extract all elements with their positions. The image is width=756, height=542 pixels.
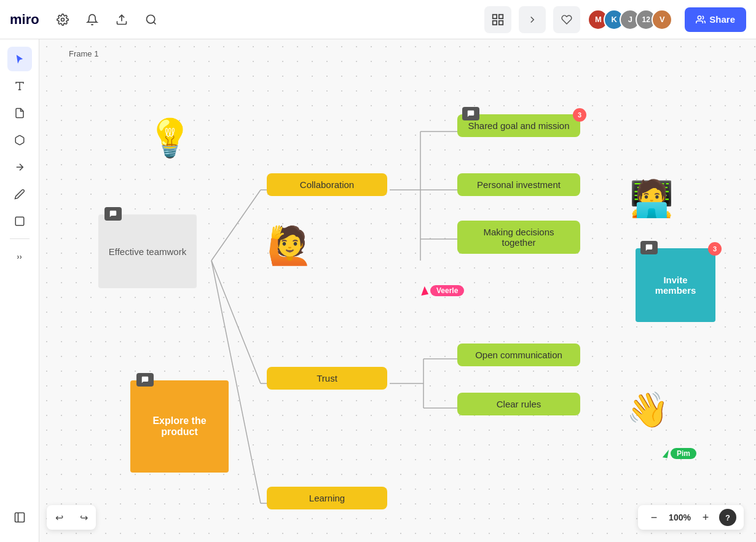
panel-toggle[interactable] [7,505,32,530]
thinking-person-illustration: 🧑‍💻 [629,178,674,219]
hand-wave-illustration: 🙋 [267,224,313,267]
svg-line-17 [211,261,261,383]
avatar-4: V [652,9,672,30]
text-tool[interactable] [7,74,32,98]
zoom-out-button[interactable]: − [645,509,663,526]
line-tool[interactable] [7,155,32,179]
settings-icon[interactable] [52,9,74,31]
share-label: Share [709,14,735,25]
cursor-veerle: Veerle [420,285,464,296]
shared-goal-label: Shared goal and mission [468,120,569,131]
frame-label: Frame 1 [69,49,98,58]
search-icon[interactable] [140,9,162,31]
topbar: miro M K J 12 V Share [0,0,756,39]
sidebar: ›› [0,39,39,542]
share-button[interactable]: Share [685,7,746,32]
svg-rect-13 [15,513,24,522]
shared-goal-node[interactable]: 3 Shared goal and mission [457,114,580,137]
zoombar: − 100% + ? [638,505,744,530]
undo-button[interactable]: ↩ [47,505,71,530]
learning-node[interactable]: Learning [267,487,387,509]
comment-icon-et[interactable] [104,207,122,221]
learning-label: Learning [309,493,345,503]
zoom-percent: 100% [667,513,692,522]
svg-line-15 [211,190,261,261]
undo-redo-bar: ↩ ↪ [47,505,96,530]
trust-node[interactable]: Trust [267,367,387,390]
sidebar-bottom [7,505,32,530]
help-button[interactable]: ? [719,509,736,526]
canvas: Frame 1 💡 Effective teamwork [39,39,756,542]
select-tool[interactable] [7,47,32,71]
shapes-tool[interactable] [7,128,32,152]
effective-teamwork-label: Effective teamwork [109,246,186,257]
more-tool[interactable]: ›› [7,244,32,269]
upload-icon[interactable] [111,9,133,31]
effective-teamwork-card[interactable]: Effective teamwork [98,214,197,288]
cursor-veerle-arrow [420,286,428,296]
invite-members-card[interactable]: 3 Invite members [636,248,715,322]
comment-icon-ep[interactable] [136,373,154,387]
confetti-button[interactable] [553,6,580,33]
explore-product-card[interactable]: Explore the product [130,380,229,473]
note-tool[interactable] [7,101,32,125]
comment-badge-im: 3 [708,242,722,256]
clear-rules-node[interactable]: Clear rules [457,393,580,415]
zoom-in-button[interactable]: + [697,509,714,526]
svg-point-2 [146,15,154,23]
cursor-pim: Pim [663,448,696,459]
open-communication-label: Open communication [475,350,562,360]
making-decisions-node[interactable]: Making decisions together [457,221,580,254]
cursor-pim-arrow [663,449,669,458]
svg-rect-4 [493,14,497,18]
svg-point-8 [698,16,701,19]
personal-investment-label: Personal investment [477,179,561,190]
trust-label: Trust [317,373,337,383]
comment-icon-sg[interactable] [462,107,479,120]
invite-members-label: Invite members [655,275,696,296]
cursor-veerle-label: Veerle [430,285,464,296]
comment-badge-sg: 3 [573,108,586,122]
svg-line-3 [154,22,156,24]
pointer-button[interactable] [519,6,546,33]
collaboration-node[interactable]: Collaboration [267,173,387,196]
redo-button[interactable]: ↪ [71,505,96,530]
hand-wave-2-illustration: 👋 [626,390,669,430]
collaboration-label: Collaboration [300,179,354,190]
avatars: M K J 12 V [593,9,672,30]
making-decisions-label: Making decisions together [467,227,570,248]
frame-tool[interactable] [7,209,32,234]
notifications-icon[interactable] [81,9,103,31]
comment-icon-im[interactable] [640,241,658,254]
cursor-pim-label: Pim [671,448,696,459]
lightbulb-illustration: 💡 [147,116,193,160]
pen-tool[interactable] [7,182,32,206]
clear-rules-label: Clear rules [497,399,541,409]
personal-investment-node[interactable]: Personal investment [457,173,580,196]
open-communication-node[interactable]: Open communication [457,344,580,366]
explore-product-label: Explore the product [152,415,206,438]
svg-rect-5 [499,14,503,18]
logo: miro [10,12,39,28]
svg-rect-7 [499,20,503,24]
svg-point-0 [61,18,64,21]
svg-rect-6 [493,20,497,24]
svg-rect-12 [15,217,24,226]
sidebar-divider [10,238,30,239]
grid-button[interactable] [484,6,511,33]
